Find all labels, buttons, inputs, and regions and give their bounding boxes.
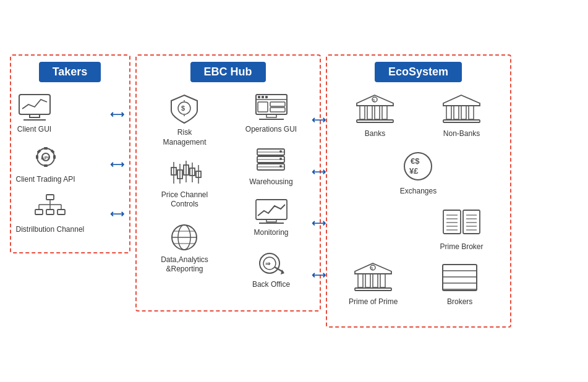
monitoring-item: Monitoring xyxy=(253,198,290,238)
server-stack-icon xyxy=(252,146,289,174)
client-api-label: Client Trading API xyxy=(16,175,75,185)
svg-rect-61 xyxy=(266,219,276,222)
svg-rect-49 xyxy=(266,114,276,117)
hub-title: EBC Hub xyxy=(190,62,266,82)
svg-rect-101 xyxy=(380,274,385,287)
svg-rect-47 xyxy=(270,102,285,106)
arrow-2: ⟷ xyxy=(110,158,124,170)
svg-rect-98 xyxy=(358,274,363,287)
hub-ecosystem-arrows: ⟷ ⟷ ⟷ ⟷ xyxy=(312,93,326,300)
brokers-icon xyxy=(440,261,480,294)
svg-rect-100 xyxy=(373,274,378,287)
svg-marker-76 xyxy=(443,95,480,106)
prime-broker-icon xyxy=(441,206,482,239)
client-api-row: API Client Trading API ⟷ xyxy=(16,143,124,185)
svg-rect-70 xyxy=(367,106,372,119)
prime-of-prime-icon: $ xyxy=(353,261,393,294)
banks-label: Banks xyxy=(365,129,385,139)
svg-rect-80 xyxy=(469,106,474,119)
warehousing-label: Warehousing xyxy=(249,177,292,187)
monitoring-label: Monitoring xyxy=(254,228,288,238)
svg-point-57 xyxy=(279,150,282,153)
hub-left: $ RiskManagement xyxy=(142,93,228,300)
ops-gui-label: Operations GUI xyxy=(245,125,297,135)
arrow-bo: ⟷ xyxy=(312,269,326,281)
monitor-chart-icon xyxy=(16,93,53,121)
distrib-item: Distrilbution Channel xyxy=(16,193,85,235)
svg-rect-44 xyxy=(262,96,264,98)
svg-rect-0 xyxy=(19,95,50,114)
distrib-label: Distrilbution Channel xyxy=(16,225,85,235)
svg-rect-12 xyxy=(46,195,54,200)
svg-rect-41 xyxy=(256,95,287,114)
bank-icon: $ xyxy=(355,93,395,125)
client-gui-item: Client GUI xyxy=(16,93,53,135)
back-office-item: ⇒ Back Office xyxy=(252,248,290,290)
exchange-icon: €$ ¥£ xyxy=(398,149,438,183)
svg-text:$: $ xyxy=(371,266,373,270)
non-banks-item: Non-Banks xyxy=(424,93,500,139)
ecosystem-section: EcoSystem $ Banks xyxy=(326,54,511,327)
network-tree-icon xyxy=(32,193,69,221)
ecosystem-title: EcoSystem xyxy=(375,62,462,82)
takers-section: Takers Client GUI ⟷ xyxy=(10,54,130,253)
prime-of-prime-item: $ Prime of Prime xyxy=(335,261,411,307)
svg-text:$: $ xyxy=(373,98,375,102)
svg-rect-8 xyxy=(53,155,56,159)
svg-rect-77 xyxy=(446,106,451,119)
svg-rect-72 xyxy=(382,106,387,119)
svg-rect-81 xyxy=(443,120,480,122)
distrib-row: Distrilbution Channel ⟷ xyxy=(16,193,124,235)
banks-item: $ Banks xyxy=(337,93,413,139)
ops-gui-item: Operations GUI xyxy=(245,93,297,135)
svg-rect-43 xyxy=(258,96,260,98)
hub-content: $ RiskManagement xyxy=(142,93,315,300)
warehousing-item: Warehousing xyxy=(249,146,292,187)
client-gui-label: Client GUI xyxy=(17,125,51,135)
svg-rect-7 xyxy=(36,155,38,159)
arrow-wh: ⟷ xyxy=(312,166,326,177)
brokers-item: Brokers xyxy=(418,261,501,307)
risk-mgmt-label: RiskManagement xyxy=(163,128,206,147)
arrow-3: ⟷ xyxy=(110,208,124,219)
price-channel-label: Price ChannelControls xyxy=(161,190,208,210)
globe-icon xyxy=(168,221,202,252)
prime-of-prime-label: Prime of Prime xyxy=(349,297,398,307)
price-channel-item: Price ChannelControls xyxy=(161,159,208,210)
svg-rect-42 xyxy=(256,95,287,100)
arrow-mon: ⟷ xyxy=(312,217,326,229)
non-bank-icon xyxy=(441,93,482,125)
takers-title: Takers xyxy=(39,62,101,82)
client-api-item: API Client Trading API xyxy=(16,143,75,185)
arrow-1: ⟷ xyxy=(110,108,124,120)
svg-rect-102 xyxy=(355,288,391,291)
hub-right: Operations GUI Warehous xyxy=(228,93,315,300)
candlestick-icon xyxy=(168,159,202,187)
api-gear-icon: API xyxy=(27,143,64,171)
data-analytics-label: Data,Analytics&Reporting xyxy=(161,255,208,274)
svg-text:⇒: ⇒ xyxy=(265,260,271,267)
svg-rect-19 xyxy=(35,210,43,214)
svg-rect-21 xyxy=(58,210,65,214)
svg-rect-71 xyxy=(375,106,380,119)
svg-point-59 xyxy=(279,165,282,168)
monitor-gui-icon xyxy=(253,93,290,121)
svg-rect-48 xyxy=(270,108,285,112)
prime-broker-item: Prime Broker xyxy=(424,206,500,252)
svg-rect-45 xyxy=(265,96,268,98)
brokers-label: Brokers xyxy=(447,297,472,307)
diagram: Takers Client GUI ⟷ xyxy=(10,54,579,327)
svg-rect-1 xyxy=(30,114,40,117)
svg-text:€$: €$ xyxy=(411,156,420,166)
svg-text:API: API xyxy=(41,155,49,161)
non-banks-label: Non-Banks xyxy=(443,129,480,139)
exchanges-item: €$ ¥£ Exchanges xyxy=(341,149,496,197)
back-office-icon: ⇒ xyxy=(252,248,289,276)
spacer-1 xyxy=(337,206,413,252)
chart-line-icon xyxy=(253,198,290,224)
svg-rect-20 xyxy=(46,210,54,214)
hub-section: EBC Hub $ RiskManagement xyxy=(135,54,321,311)
svg-text:¥£: ¥£ xyxy=(409,166,419,176)
back-office-label: Back Office xyxy=(252,280,290,290)
exchanges-label: Exchanges xyxy=(400,187,437,197)
